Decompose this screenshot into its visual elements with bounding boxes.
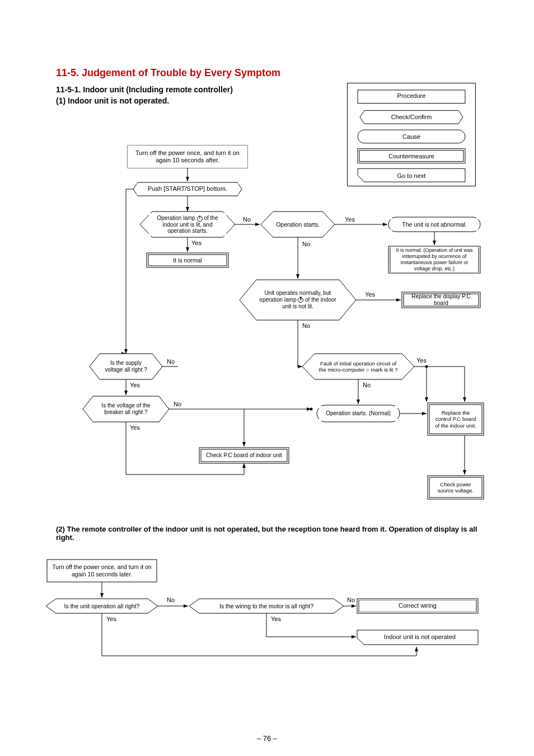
f2-d2: Is the wiring to the motor is all right?	[199, 600, 334, 612]
f1-it-is-normal: It is normal	[150, 255, 225, 265]
f2-go: Indoor unit is not operated	[364, 631, 476, 644]
f1-d6: Fault of initial operation circuit of th…	[313, 355, 403, 378]
f1-c2: Operation starts. (Normal)	[319, 406, 397, 421]
power-icon	[197, 216, 203, 222]
svg-point-47	[425, 365, 428, 368]
edge-no-5: No	[172, 401, 182, 407]
legend-countermeasure: Countermeasure	[348, 153, 475, 159]
edge-yes-4: Yes	[129, 382, 141, 388]
section-title: 11-5. Judgement of Trouble by Every Symp…	[56, 67, 280, 79]
edge-no-6: No	[362, 382, 372, 388]
f1-r5: Check power source voltage.	[430, 478, 481, 497]
f2-r1: Correct wiring	[359, 600, 476, 612]
f1-r3: Replace the control P.C board of the ind…	[430, 405, 481, 433]
f1-start: Turn off the power once, and turn it on …	[128, 145, 247, 168]
edge-yes-5: Yes	[129, 424, 141, 431]
f2-edge-no-1: No	[166, 597, 176, 603]
f1-c1: The unit is not abnormal.	[391, 218, 478, 231]
edge-no-2: No	[301, 241, 311, 247]
legend-box: Procedure Check/Confirm Cause Countermea…	[347, 83, 476, 186]
edge-no-3: No	[301, 322, 311, 329]
edge-no-4: No	[166, 358, 176, 365]
f2-edge-yes-1: Yes	[105, 616, 118, 622]
f1-d3: Unit operates normally, but operation la…	[255, 283, 340, 317]
f1-r2: Replace the display P.C board	[404, 294, 478, 306]
legend-procedure: Procedure	[348, 92, 475, 99]
page-number: – 76 –	[0, 734, 534, 743]
f1-d4: Is the supply voltage all right ?	[99, 356, 153, 377]
legend-gonext: Go to next	[348, 172, 475, 179]
edge-no-1: No	[242, 216, 252, 223]
subsection-title: 11-5-1. Indoor unit (Including remote co…	[56, 85, 233, 94]
svg-point-57	[310, 408, 313, 411]
f1-check-pcb: Check P.C board of indoor unit	[202, 450, 287, 461]
edge-yes-3: Yes	[364, 291, 376, 298]
f2-d1: Is the unit operation all right?	[56, 600, 148, 612]
f2-start: Turn off the power once, and turn it on …	[48, 561, 156, 581]
case-title-1: (1) Indoor unit is not operated.	[56, 96, 169, 105]
f1-d5: Is the voltage of the breaker all right …	[93, 398, 159, 420]
f1-r1: It is normal. (Operation of unit was int…	[391, 247, 478, 272]
power-icon	[298, 297, 303, 303]
f2-edge-no-2: No	[346, 597, 356, 603]
f1-d2: Operation starts.	[271, 214, 325, 235]
f1-d1: Operation lamp of the indoor unit is lit…	[149, 213, 226, 236]
f2-edge-yes-2: Yes	[270, 616, 282, 622]
f1-push-start: Push [START/STOP] bottom.	[137, 184, 238, 195]
edge-yes-1: Yes	[190, 240, 203, 246]
edge-yes-6: Yes	[415, 357, 428, 364]
legend-check: Check/Confirm	[348, 114, 475, 120]
case-title-2: (2) The remote controller of the indoor …	[56, 525, 481, 542]
legend-cause: Cause	[348, 133, 475, 140]
edge-yes-2: Yes	[344, 216, 356, 223]
